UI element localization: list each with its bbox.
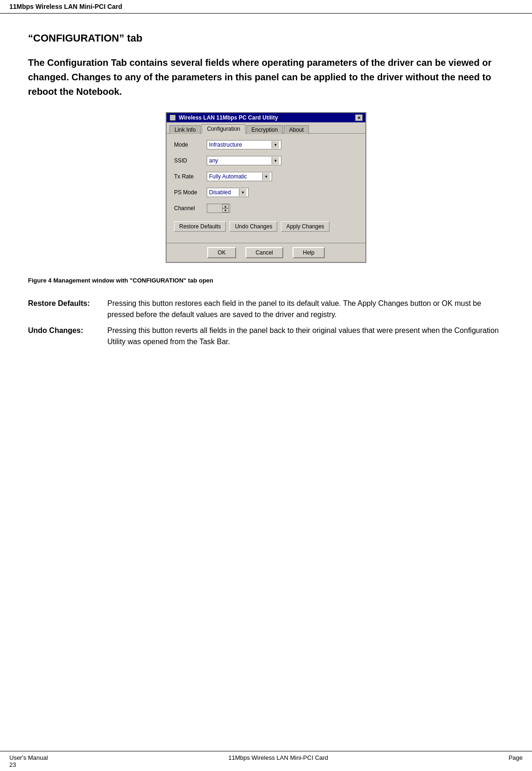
mode-label: Mode bbox=[174, 141, 207, 148]
txrate-select[interactable]: Fully Automatic ▼ bbox=[207, 172, 272, 181]
page-header: 11Mbps Wireless LAN Mini-PCI Card bbox=[0, 0, 532, 14]
footer-right: Page bbox=[509, 754, 523, 768]
psmode-label: PS Mode bbox=[174, 189, 207, 196]
mode-control: Infrastructure ▼ bbox=[207, 140, 358, 149]
dialog-titlebar: Wireless LAN 11Mbps PC Card Utility ✕ bbox=[167, 113, 365, 122]
dialog-tabs: Link Info Configuration Encryption About bbox=[167, 122, 365, 134]
footer-center: 11Mbps Wireless LAN Mini-PCI Card bbox=[228, 754, 328, 768]
section-title-main: Configuration bbox=[33, 32, 119, 44]
mode-row: Mode Infrastructure ▼ bbox=[174, 140, 358, 149]
mode-select[interactable]: Infrastructure ▼ bbox=[207, 140, 281, 149]
channel-input[interactable]: ▲ ▼ bbox=[207, 204, 230, 213]
txrate-label: Tx Rate bbox=[174, 173, 207, 180]
restore-defaults-button[interactable]: Restore Defaults bbox=[174, 221, 226, 232]
dialog-box: Wireless LAN 11Mbps PC Card Utility ✕ Li… bbox=[166, 112, 366, 263]
psmode-select[interactable]: Disabled ▼ bbox=[207, 188, 249, 197]
dialog-title: Wireless LAN 11Mbps PC Card Utility bbox=[179, 114, 278, 121]
dialog-icon bbox=[169, 114, 176, 121]
ssid-control: any ▼ bbox=[207, 156, 358, 165]
dialog-body: Mode Infrastructure ▼ SSID any ▼ bbox=[167, 134, 365, 243]
channel-spinner: ▲ ▼ bbox=[222, 204, 229, 212]
undo-changes-button[interactable]: Undo Changes bbox=[230, 221, 277, 232]
ssid-row: SSID any ▼ bbox=[174, 156, 358, 165]
txrate-arrow: ▼ bbox=[262, 173, 270, 180]
cancel-button[interactable]: Cancel bbox=[245, 247, 283, 258]
desc-def-restore: Pressing this button restores each field… bbox=[107, 298, 504, 320]
desc-term-undo: Undo Changes: bbox=[28, 325, 107, 347]
desc-row-undo: Undo Changes: Pressing this button rever… bbox=[28, 325, 504, 347]
psmode-arrow: ▼ bbox=[239, 189, 246, 196]
desc-def-undo: Pressing this button reverts all fields … bbox=[107, 325, 504, 347]
description-section: Restore Defaults: Pressing this button r… bbox=[28, 298, 504, 347]
intro-text: The Configuration Tab contains several f… bbox=[28, 56, 504, 99]
dialog-actions: Restore Defaults Undo Changes Apply Chan… bbox=[174, 221, 358, 232]
figure-caption: Figure 4 Management window with "CONFIGU… bbox=[28, 277, 504, 284]
mode-arrow: ▼ bbox=[272, 141, 279, 149]
footer-left: User's Manual23 bbox=[9, 754, 48, 768]
page-footer: User's Manual23 11Mbps Wireless LAN Mini… bbox=[0, 751, 532, 771]
desc-row-restore: Restore Defaults: Pressing this button r… bbox=[28, 298, 504, 320]
mode-value: Infrastructure bbox=[209, 141, 242, 148]
ssid-label: SSID bbox=[174, 157, 207, 164]
txrate-control: Fully Automatic ▼ bbox=[207, 172, 358, 181]
help-button[interactable]: Help bbox=[293, 247, 325, 258]
section-title: “Configuration” tab bbox=[28, 32, 504, 44]
desc-term-restore: Restore Defaults: bbox=[28, 298, 107, 320]
tab-encryption[interactable]: Encryption bbox=[246, 125, 283, 134]
ssid-value: any bbox=[209, 157, 218, 164]
psmode-value: Disabled bbox=[209, 189, 231, 196]
apply-changes-button[interactable]: Apply Changes bbox=[281, 221, 329, 232]
channel-up[interactable]: ▲ bbox=[222, 204, 229, 208]
channel-control: ▲ ▼ bbox=[207, 204, 358, 213]
txrate-value: Fully Automatic bbox=[209, 173, 247, 180]
tab-about[interactable]: About bbox=[284, 125, 308, 134]
close-button[interactable]: ✕ bbox=[355, 114, 363, 121]
tab-configuration[interactable]: Configuration bbox=[202, 124, 245, 134]
header-title: 11Mbps Wireless LAN Mini-PCI Card bbox=[9, 3, 122, 10]
channel-down[interactable]: ▼ bbox=[222, 208, 229, 212]
dialog-footer: OK Cancel Help bbox=[167, 243, 365, 262]
txrate-row: Tx Rate Fully Automatic ▼ bbox=[174, 172, 358, 181]
page-content: “Configuration” tab The Configuration Ta… bbox=[0, 14, 532, 380]
psmode-row: PS Mode Disabled ▼ bbox=[174, 188, 358, 197]
dialog-titlebar-left: Wireless LAN 11Mbps PC Card Utility bbox=[169, 114, 278, 121]
dialog-wrapper: Wireless LAN 11Mbps PC Card Utility ✕ Li… bbox=[28, 112, 504, 263]
ssid-arrow: ▼ bbox=[272, 157, 279, 164]
channel-row: Channel ▲ ▼ bbox=[174, 204, 358, 213]
psmode-control: Disabled ▼ bbox=[207, 188, 358, 197]
ok-button[interactable]: OK bbox=[207, 247, 236, 258]
channel-label: Channel bbox=[174, 205, 207, 212]
tab-link-info[interactable]: Link Info bbox=[169, 125, 201, 134]
ssid-select[interactable]: any ▼ bbox=[207, 156, 281, 165]
